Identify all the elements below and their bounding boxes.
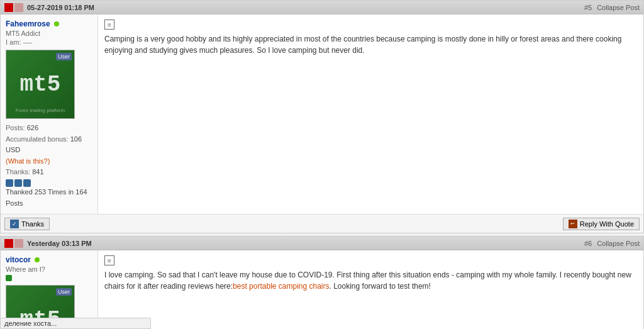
post-text-post-6: . Looking forward to test them! [330, 282, 431, 291]
post-header-right-6: #6 Collapse Post [584, 240, 640, 247]
thanked-text-5: Thanked 253 Times in 164 Posts [6, 187, 92, 209]
online-indicator-6 [35, 257, 40, 262]
post-number-6: #6 [584, 240, 592, 247]
post-icon-6: ≡ [104, 255, 114, 265]
rep-dot-1 [6, 179, 13, 187]
post-block-5: 05-27-2019 01:18 PM #5 Collapse Post Fah… [0, 0, 644, 233]
user-sidebar-5: Faheemrose MT5 Addict I am: ---- User mt… [1, 14, 98, 214]
user-iam-6: Where am I? [6, 265, 92, 273]
rep-dots-5 [6, 179, 92, 187]
post-header-5: 05-27-2019 01:18 PM #5 Collapse Post [1, 1, 643, 14]
thanks-btn-label-5: Thanks [21, 220, 44, 228]
status-bar-text: деление хоста... [4, 320, 57, 327]
post-date-6: Yesterday 03:13 PM [27, 240, 92, 247]
avatar-text-5: mt5 [20, 72, 61, 98]
bonus-label-5: Accumulated bonus: [6, 135, 69, 143]
status-bar: деление хоста... [0, 318, 151, 329]
username-5: Faheemrose [6, 20, 92, 28]
posts-row-5: Posts: 626 [6, 123, 92, 134]
reply-icon-5: ↩ [569, 220, 577, 228]
thanks-value-5: 841 [32, 168, 43, 176]
post-text-6: I love camping. So sad that I can't leav… [104, 269, 637, 292]
avatar-5: User mt5 Forex trading platform [6, 50, 75, 119]
posts-value-5: 626 [27, 124, 38, 131]
rep-dot-3 [23, 179, 31, 187]
thanks-icon-5: ✓ [10, 220, 19, 228]
bonus-row-5: Accumulated bonus: 106 USD (What is this… [6, 134, 92, 167]
posts-label-5: Posts: [6, 124, 25, 131]
post-body-5: Faheemrose MT5 Addict I am: ---- User mt… [1, 14, 643, 214]
post-header-right-5: #5 Collapse Post [584, 4, 640, 11]
post-header-left-6: Yesterday 03:13 PM [4, 239, 92, 248]
post-footer-5: ✓ Thanks ↩ Reply With Quote [1, 214, 643, 233]
post-color-bars-5 [4, 3, 23, 12]
thanks-button-5[interactable]: ✓ Thanks [4, 218, 50, 230]
collapse-post-btn-5[interactable]: Collapse Post [597, 4, 640, 11]
post-content-5: ≡ Camping is a very good hobby and its h… [98, 14, 643, 214]
user-title-5: MT5 Addict [6, 30, 92, 37]
online-indicator-5 [54, 21, 59, 26]
username-text-5[interactable]: Faheemrose [6, 20, 50, 28]
username-6: vitocor [6, 255, 92, 264]
rep-dots-small-6 [6, 275, 92, 281]
rep-dot-green-6 [6, 275, 12, 281]
forum-container: 05-27-2019 01:18 PM #5 Collapse Post Fah… [0, 0, 644, 329]
collapse-post-btn-6[interactable]: Collapse Post [597, 240, 640, 247]
post-link-6[interactable]: best portable camping chairs [233, 282, 329, 291]
post-number-5: #5 [584, 4, 592, 11]
color-bar-red-5 [4, 3, 13, 12]
user-stats-5: Posts: 626 Accumulated bonus: 106 USD (W… [6, 123, 92, 209]
color-bar-light-5 [14, 3, 23, 12]
reply-btn-label-5: Reply With Quote [580, 220, 634, 228]
reply-quote-button-5[interactable]: ↩ Reply With Quote [563, 218, 640, 230]
avatar-badge-5: User [56, 53, 72, 60]
post-header-6: Yesterday 03:13 PM #6 Collapse Post [1, 237, 643, 250]
post-date-5: 05-27-2019 01:18 PM [27, 4, 94, 11]
thanks-row-5: Thanks: 841 [6, 167, 92, 178]
username-text-6[interactable]: vitocor [6, 255, 31, 264]
post-header-left-5: 05-27-2019 01:18 PM [4, 3, 94, 12]
user-iam-5: I am: ---- [6, 38, 92, 46]
avatar-subtext-5: Forex trading platform [16, 108, 65, 113]
color-bar-red-6 [4, 239, 13, 248]
avatar-badge-6: User [56, 288, 72, 296]
post-color-bars-6 [4, 239, 23, 248]
post-content-6: ≡ I love camping. So sad that I can't le… [98, 250, 643, 329]
post-block-6: Yesterday 03:13 PM #6 Collapse Post vito… [0, 236, 644, 329]
rep-dot-2 [14, 179, 22, 187]
post-text-5: Camping is a very good hobby and its hig… [104, 33, 637, 56]
thanks-label-5: Thanks: [6, 168, 30, 176]
color-bar-light-6 [14, 239, 23, 248]
what-is-this-5[interactable]: (What is this?) [6, 157, 50, 165]
post-icon-5: ≡ [104, 20, 114, 30]
